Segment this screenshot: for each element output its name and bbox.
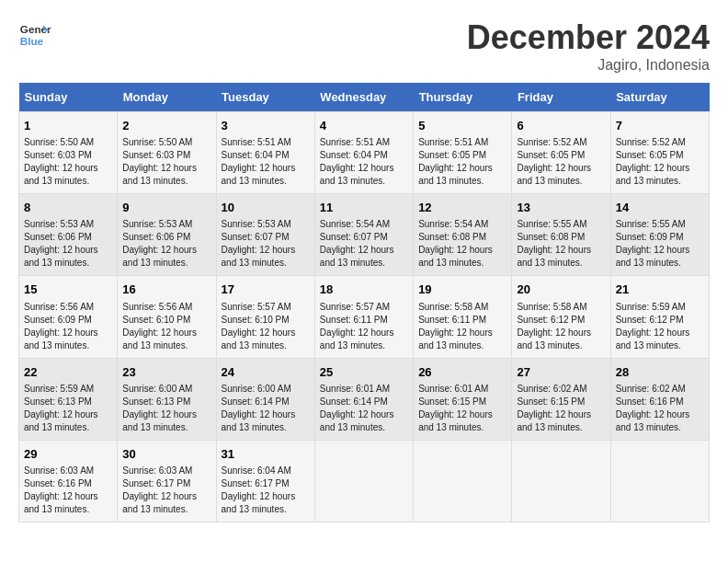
day-number: 7 xyxy=(616,118,704,134)
logo-icon: General Blue xyxy=(18,18,51,52)
day-details: Sunrise: 5:50 AMSunset: 6:03 PMDaylight:… xyxy=(24,136,112,188)
calendar-cell: 13Sunrise: 5:55 AMSunset: 6:08 PMDayligh… xyxy=(512,194,610,276)
day-details: Sunrise: 5:50 AMSunset: 6:03 PMDaylight:… xyxy=(122,136,210,188)
day-number: 3 xyxy=(222,118,310,134)
location: Jagiro, Indonesia xyxy=(467,57,710,74)
day-details: Sunrise: 5:57 AMSunset: 6:11 PMDaylight:… xyxy=(320,301,408,352)
calendar-cell: 17Sunrise: 5:57 AMSunset: 6:10 PMDayligh… xyxy=(216,276,314,358)
day-number: 5 xyxy=(418,118,506,134)
calendar-cell: 21Sunrise: 5:59 AMSunset: 6:12 PMDayligh… xyxy=(610,276,709,358)
calendar-cell: 28Sunrise: 6:02 AMSunset: 6:16 PMDayligh… xyxy=(610,358,709,440)
calendar-cell: 3Sunrise: 5:51 AMSunset: 6:04 PMDaylight… xyxy=(216,112,314,194)
day-details: Sunrise: 6:03 AMSunset: 6:16 PMDaylight:… xyxy=(24,465,112,516)
day-details: Sunrise: 6:03 AMSunset: 6:17 PMDaylight:… xyxy=(122,465,210,516)
calendar-week-row: 15Sunrise: 5:56 AMSunset: 6:09 PMDayligh… xyxy=(19,276,710,358)
calendar-cell: 19Sunrise: 5:58 AMSunset: 6:11 PMDayligh… xyxy=(414,276,512,358)
day-number: 25 xyxy=(320,364,408,381)
calendar-header-tuesday: Tuesday xyxy=(216,83,314,112)
calendar-cell: 29Sunrise: 6:03 AMSunset: 6:16 PMDayligh… xyxy=(19,440,118,522)
calendar-cell: 23Sunrise: 6:00 AMSunset: 6:13 PMDayligh… xyxy=(118,358,216,440)
day-details: Sunrise: 6:00 AMSunset: 6:13 PMDaylight:… xyxy=(122,383,210,434)
day-number: 10 xyxy=(222,200,310,216)
day-details: Sunrise: 5:53 AMSunset: 6:07 PMDaylight:… xyxy=(222,218,310,270)
day-details: Sunrise: 5:52 AMSunset: 6:05 PMDaylight:… xyxy=(616,136,704,188)
day-number: 15 xyxy=(24,282,112,298)
calendar-cell: 15Sunrise: 5:56 AMSunset: 6:09 PMDayligh… xyxy=(19,276,118,358)
day-details: Sunrise: 6:00 AMSunset: 6:14 PMDaylight:… xyxy=(222,383,310,434)
day-number: 19 xyxy=(418,282,506,298)
day-number: 14 xyxy=(616,200,704,216)
day-details: Sunrise: 5:51 AMSunset: 6:05 PMDaylight:… xyxy=(418,136,506,188)
calendar-cell xyxy=(314,440,413,522)
calendar-cell: 16Sunrise: 5:56 AMSunset: 6:10 PMDayligh… xyxy=(118,276,216,358)
calendar-cell: 7Sunrise: 5:52 AMSunset: 6:05 PMDaylight… xyxy=(610,112,709,194)
calendar-week-row: 8Sunrise: 5:53 AMSunset: 6:06 PMDaylight… xyxy=(19,194,710,276)
day-number: 29 xyxy=(24,446,112,463)
calendar-cell: 10Sunrise: 5:53 AMSunset: 6:07 PMDayligh… xyxy=(216,194,314,276)
calendar-cell xyxy=(610,440,709,522)
day-number: 16 xyxy=(122,282,210,298)
day-details: Sunrise: 5:58 AMSunset: 6:11 PMDaylight:… xyxy=(418,301,506,352)
day-details: Sunrise: 5:54 AMSunset: 6:07 PMDaylight:… xyxy=(320,218,408,270)
calendar-cell: 4Sunrise: 5:51 AMSunset: 6:04 PMDaylight… xyxy=(314,112,413,194)
calendar-cell: 24Sunrise: 6:00 AMSunset: 6:14 PMDayligh… xyxy=(216,358,314,440)
calendar-week-row: 1Sunrise: 5:50 AMSunset: 6:03 PMDaylight… xyxy=(19,112,710,194)
day-number: 30 xyxy=(122,446,210,463)
calendar-cell xyxy=(414,440,512,522)
day-number: 17 xyxy=(222,282,310,298)
day-details: Sunrise: 5:54 AMSunset: 6:08 PMDaylight:… xyxy=(418,218,506,270)
day-number: 20 xyxy=(517,282,605,298)
calendar-cell: 20Sunrise: 5:58 AMSunset: 6:12 PMDayligh… xyxy=(512,276,610,358)
day-details: Sunrise: 5:59 AMSunset: 6:12 PMDaylight:… xyxy=(616,301,704,352)
day-number: 12 xyxy=(418,200,506,216)
calendar-cell: 2Sunrise: 5:50 AMSunset: 6:03 PMDaylight… xyxy=(118,112,216,194)
calendar-week-row: 22Sunrise: 5:59 AMSunset: 6:13 PMDayligh… xyxy=(19,358,710,440)
day-number: 24 xyxy=(222,364,310,381)
day-number: 23 xyxy=(122,364,210,381)
calendar-cell: 22Sunrise: 5:59 AMSunset: 6:13 PMDayligh… xyxy=(19,358,118,440)
day-details: Sunrise: 5:55 AMSunset: 6:08 PMDaylight:… xyxy=(517,218,605,270)
day-details: Sunrise: 5:53 AMSunset: 6:06 PMDaylight:… xyxy=(122,218,210,270)
calendar-header-wednesday: Wednesday xyxy=(314,83,413,112)
logo: General Blue xyxy=(18,18,51,52)
day-details: Sunrise: 5:59 AMSunset: 6:13 PMDaylight:… xyxy=(24,383,112,434)
day-number: 9 xyxy=(122,200,210,216)
day-number: 11 xyxy=(320,200,408,216)
title-area: December 2024 Jagiro, Indonesia xyxy=(467,18,710,74)
day-number: 8 xyxy=(24,200,112,216)
day-number: 13 xyxy=(517,200,605,216)
day-number: 28 xyxy=(616,364,704,381)
calendar-cell: 31Sunrise: 6:04 AMSunset: 6:17 PMDayligh… xyxy=(216,440,314,522)
day-number: 22 xyxy=(24,364,112,381)
calendar-cell: 27Sunrise: 6:02 AMSunset: 6:15 PMDayligh… xyxy=(512,358,610,440)
month-title: December 2024 xyxy=(467,18,710,57)
calendar-cell: 8Sunrise: 5:53 AMSunset: 6:06 PMDaylight… xyxy=(19,194,118,276)
calendar-table: SundayMondayTuesdayWednesdayThursdayFrid… xyxy=(18,83,710,523)
day-details: Sunrise: 5:57 AMSunset: 6:10 PMDaylight:… xyxy=(222,301,310,352)
day-details: Sunrise: 6:01 AMSunset: 6:15 PMDaylight:… xyxy=(418,383,506,434)
page-header: General Blue December 2024 Jagiro, Indon… xyxy=(18,18,710,74)
day-details: Sunrise: 6:01 AMSunset: 6:14 PMDaylight:… xyxy=(320,383,408,434)
calendar-cell: 11Sunrise: 5:54 AMSunset: 6:07 PMDayligh… xyxy=(314,194,413,276)
calendar-week-row: 29Sunrise: 6:03 AMSunset: 6:16 PMDayligh… xyxy=(19,440,710,522)
calendar-cell: 1Sunrise: 5:50 AMSunset: 6:03 PMDaylight… xyxy=(19,112,118,194)
day-details: Sunrise: 6:04 AMSunset: 6:17 PMDaylight:… xyxy=(222,465,310,516)
calendar-cell: 12Sunrise: 5:54 AMSunset: 6:08 PMDayligh… xyxy=(414,194,512,276)
calendar-cell: 5Sunrise: 5:51 AMSunset: 6:05 PMDaylight… xyxy=(414,112,512,194)
day-number: 27 xyxy=(517,364,605,381)
calendar-cell: 6Sunrise: 5:52 AMSunset: 6:05 PMDaylight… xyxy=(512,112,610,194)
day-number: 4 xyxy=(320,118,408,134)
svg-text:Blue: Blue xyxy=(20,35,44,47)
calendar-header-row: SundayMondayTuesdayWednesdayThursdayFrid… xyxy=(19,83,710,112)
day-details: Sunrise: 6:02 AMSunset: 6:15 PMDaylight:… xyxy=(517,383,605,434)
day-number: 2 xyxy=(122,118,210,134)
calendar-header-thursday: Thursday xyxy=(414,83,512,112)
day-number: 1 xyxy=(24,118,112,134)
calendar-cell: 9Sunrise: 5:53 AMSunset: 6:06 PMDaylight… xyxy=(118,194,216,276)
calendar-cell: 30Sunrise: 6:03 AMSunset: 6:17 PMDayligh… xyxy=(118,440,216,522)
calendar-cell: 25Sunrise: 6:01 AMSunset: 6:14 PMDayligh… xyxy=(314,358,413,440)
day-details: Sunrise: 5:51 AMSunset: 6:04 PMDaylight:… xyxy=(320,136,408,188)
day-number: 18 xyxy=(320,282,408,298)
day-details: Sunrise: 5:53 AMSunset: 6:06 PMDaylight:… xyxy=(24,218,112,270)
calendar-cell: 26Sunrise: 6:01 AMSunset: 6:15 PMDayligh… xyxy=(414,358,512,440)
